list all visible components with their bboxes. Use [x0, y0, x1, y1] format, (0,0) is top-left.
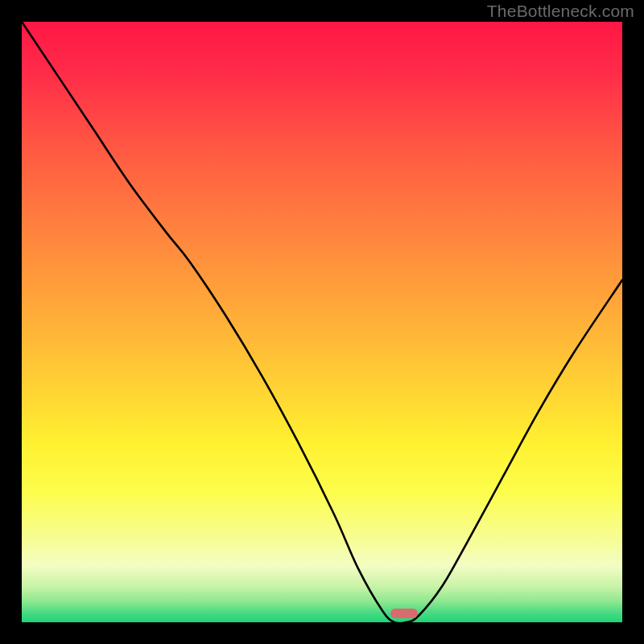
optimal-marker [390, 609, 418, 618]
chart-frame: TheBottleneck.com [0, 0, 644, 644]
plot-area [22, 22, 622, 622]
bottleneck-curve [22, 22, 622, 622]
watermark-text: TheBottleneck.com [487, 2, 634, 21]
